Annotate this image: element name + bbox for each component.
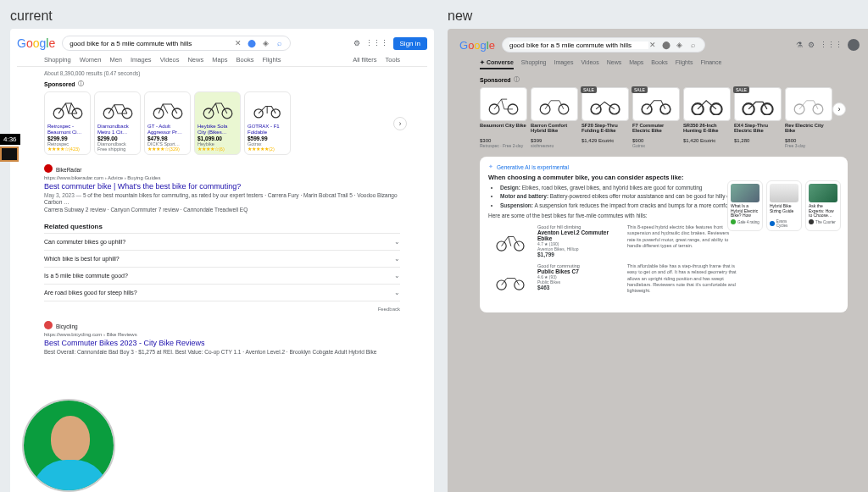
search-tabs: Shopping Women Men Images Videos News Ma… [17, 53, 427, 67]
apps-icon[interactable]: ⋮⋮⋮ [365, 39, 388, 47]
tab-videos[interactable]: Videos [160, 56, 180, 64]
bike-icon [97, 95, 137, 122]
bike-icon [488, 224, 532, 258]
related-question[interactable]: Can commuter bikes go uphill?⌄ [44, 233, 400, 250]
search-bar[interactable]: ✕ ⬤ ◈ ⌕ [62, 36, 291, 51]
settings-icon[interactable]: ⚙ [808, 41, 815, 49]
chevron-down-icon: ⌄ [394, 255, 400, 263]
bike-icon: SALE [734, 87, 782, 121]
product-card[interactable]: Heybike Sola City (Bikes…$1,099.00Heybik… [194, 91, 241, 155]
tab-books[interactable]: Books [651, 59, 667, 69]
label-new: new [448, 5, 868, 27]
related-question[interactable]: Is a 5 mile bike commute good?⌄ [44, 267, 400, 284]
svg-point-4 [153, 108, 164, 119]
tab-converse[interactable]: ✦ Converse [480, 59, 514, 69]
bike-icon [248, 95, 287, 122]
bike-icon [198, 95, 237, 122]
tab-men[interactable]: Men [109, 56, 122, 64]
header-left: Google ✕ ⬤ ◈ ⌕ ⚙ ⋮⋮⋮ Sign in [17, 34, 427, 53]
svg-point-27 [515, 280, 524, 290]
result-title-link[interactable]: Best Commuter Bikes 2023 - City Bike Rev… [44, 337, 400, 349]
tab-shopping[interactable]: Shopping [521, 59, 547, 69]
product-card[interactable]: Rev Electric City Bike$800Free 3-day [785, 87, 832, 148]
svg-point-0 [53, 108, 64, 119]
product-card[interactable]: SR350 26-Inch Hunting E-Bike$1,420 Ecotr… [683, 87, 731, 148]
presenter-webcam [22, 399, 115, 492]
tab-news[interactable]: News [187, 56, 203, 64]
chevron-down-icon: ⌄ [394, 238, 400, 246]
sponsored-label: Sponsoredⓘ [454, 72, 865, 86]
search-tabs: ✦ Converse Shopping Images Videos News M… [454, 56, 865, 72]
result-title-link[interactable]: Best commuter bike | What's the best bik… [44, 180, 400, 192]
related-questions: Related questions Can commuter bikes go … [17, 217, 427, 305]
clear-icon[interactable]: ✕ [648, 41, 657, 49]
bike-icon: SALE [632, 87, 680, 121]
labs-icon[interactable]: ⚗ [796, 41, 803, 49]
feedback-link[interactable]: Feedback [17, 305, 427, 313]
tab-maps[interactable]: Maps [629, 59, 643, 69]
search-icon[interactable]: ⌕ [689, 41, 698, 49]
search-bar[interactable]: ✕ ⬤ ◈ ⌕ [502, 37, 705, 53]
search-input[interactable] [70, 40, 234, 47]
product-card[interactable]: Barron Comfort Hybrid Bike$399sixthreeze… [531, 87, 578, 148]
rec-item[interactable]: Good for commutingPublic Bikes C74.6 ★ (… [488, 263, 839, 297]
video-timer: 4:36 [0, 134, 20, 162]
related-question[interactable]: Are road bikes good for steep hills?⌄ [44, 284, 400, 301]
organic-result: BikeRadar https://www.bikeradar.com › Ad… [17, 157, 427, 217]
tab-maps[interactable]: Maps [212, 56, 227, 64]
product-card[interactable]: SALEEX4 Step-Thru Electric Bike$1,280 [734, 87, 782, 148]
tools-link[interactable]: Tools [385, 56, 400, 64]
related-question[interactable]: Which bike is best for uphill?⌄ [44, 250, 400, 267]
clear-icon[interactable]: ✕ [234, 39, 242, 47]
all-filters[interactable]: All filters [353, 56, 376, 64]
ai-recommendations: Good for hill climbingAventon Level.2 Co… [488, 221, 839, 306]
bike-icon [147, 95, 187, 122]
google-logo[interactable]: Google [17, 36, 55, 50]
source-card[interactable]: What Is a Hybrid Electric Bike? How to…G… [727, 180, 763, 231]
tab-videos[interactable]: Videos [581, 59, 598, 69]
svg-point-21 [761, 103, 772, 114]
product-card[interactable]: SALEF7 Commuter Electric Bike$900Gotrax [632, 87, 680, 148]
label-current: current [10, 5, 448, 27]
tab-news[interactable]: News [607, 59, 622, 69]
ai-badge: ✦Generative AI is experimental [488, 163, 839, 170]
svg-point-2 [103, 108, 114, 119]
product-card[interactable]: Diamondback Metro 1 Cit…$299.00Diamondba… [94, 91, 141, 155]
avatar[interactable] [848, 39, 860, 51]
mic-icon[interactable]: ⬤ [248, 39, 256, 47]
tab-women[interactable]: Women [80, 56, 102, 64]
search-input[interactable] [509, 41, 648, 49]
product-card[interactable]: GT - Adult Aggressor Pr…$479.98DICK'S Sp… [144, 91, 191, 155]
sponsored-label: Sponsoredⓘ [17, 78, 427, 90]
product-card[interactable]: GOTRAX - F1 Foldable$599.99Gotrax★★★★★(2… [244, 91, 291, 155]
carousel-next-icon[interactable]: › [393, 117, 407, 130]
sign-in-button[interactable]: Sign in [393, 37, 427, 50]
settings-icon[interactable]: ⚙ [353, 39, 360, 47]
carousel-next-icon[interactable]: › [832, 102, 846, 116]
svg-point-24 [497, 241, 506, 251]
tab-flights[interactable]: Flights [676, 59, 693, 69]
tab-flights[interactable]: Flights [262, 56, 281, 64]
search-icon[interactable]: ⌕ [275, 39, 283, 47]
source-card[interactable]: Ask the Experts: How to Choose…The Couri… [805, 180, 841, 231]
product-card[interactable]: Retrospec - Beaumont Ci…$299.99Retrospec… [44, 91, 91, 155]
mic-icon[interactable]: ⬤ [662, 41, 670, 49]
product-card[interactable]: SALESF20 Step-Thru Folding E-Bike$1,429 … [581, 87, 629, 148]
product-card[interactable]: Beaumont City Bike$300Retrospec · Free 2… [480, 87, 527, 148]
source-card[interactable]: Hybrid Bike Sizing GuideEvans Cycles [766, 180, 802, 231]
bike-icon [785, 87, 832, 121]
tab-books[interactable]: Books [236, 56, 254, 64]
ai-snapshot: ✦Generative AI is experimental When choo… [480, 157, 848, 312]
tab-images[interactable]: Images [554, 59, 573, 69]
tab-shopping[interactable]: Shopping [44, 56, 71, 64]
svg-point-5 [172, 108, 182, 119]
lens-icon[interactable]: ◈ [261, 39, 270, 47]
tab-finance[interactable]: Finance [700, 59, 721, 69]
apps-icon[interactable]: ⋮⋮⋮ [820, 41, 843, 49]
result-stats: About 8,390,000 results (0.47 seconds) [17, 67, 427, 78]
bike-icon [488, 263, 532, 297]
google-logo[interactable]: Google [459, 39, 495, 52]
lens-icon[interactable]: ◈ [676, 41, 684, 49]
tab-images[interactable]: Images [131, 56, 152, 64]
svg-point-26 [497, 280, 506, 290]
